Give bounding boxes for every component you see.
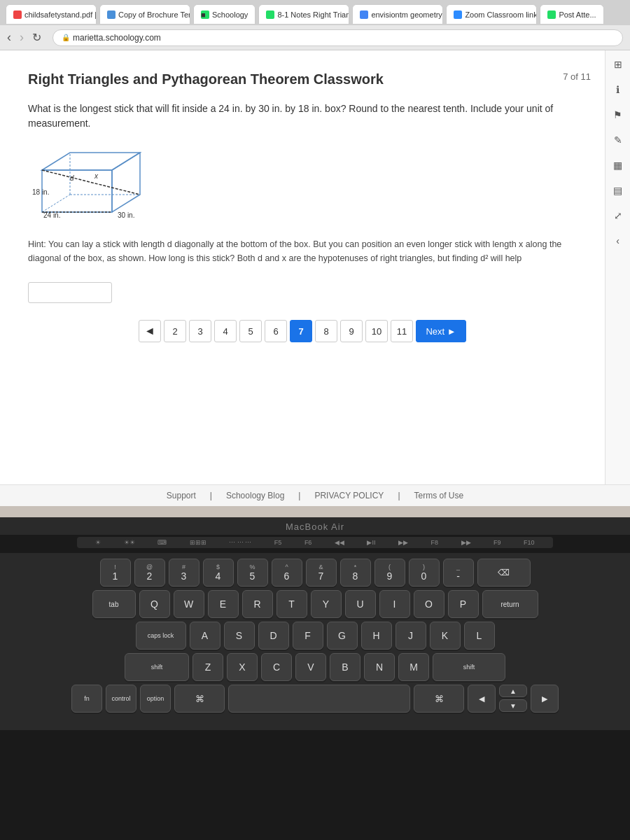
- key-4[interactable]: $ 4: [203, 559, 234, 587]
- page-6-button[interactable]: 6: [265, 320, 287, 342]
- page-5-button[interactable]: 5: [239, 320, 262, 342]
- key-control[interactable]: control: [106, 685, 136, 713]
- key-v[interactable]: V: [295, 653, 326, 681]
- svg-line-6: [42, 170, 140, 195]
- key-arrow-up[interactable]: ▲: [499, 685, 527, 697]
- key-arrow-right[interactable]: ▶: [531, 685, 559, 713]
- d-label: d: [70, 174, 74, 182]
- key-backspace[interactable]: ⌫: [477, 559, 531, 587]
- grid-icon[interactable]: ⊞: [610, 56, 626, 73]
- key-k[interactable]: K: [430, 622, 461, 650]
- back-button[interactable]: ‹: [7, 30, 11, 45]
- page-10-button[interactable]: 10: [365, 320, 388, 342]
- footer-privacy[interactable]: PRIVACY POLICY: [314, 491, 384, 500]
- footer-blog[interactable]: Schoology Blog: [226, 491, 284, 500]
- forward-button[interactable]: ›: [20, 30, 24, 45]
- page-4-button[interactable]: 4: [214, 320, 237, 342]
- tab-notes[interactable]: 8-1 Notes Right Triang!...: [258, 4, 349, 24]
- tab-zoom[interactable]: Zoom Classroom link |...: [446, 4, 537, 24]
- keyboard: ! 1 @ 2 # 3 $ 4 % 5 ^ 6 & 7 * 8: [0, 553, 630, 730]
- key-h[interactable]: H: [361, 622, 392, 650]
- key-5[interactable]: % 5: [237, 559, 268, 587]
- key-f[interactable]: F: [293, 622, 323, 650]
- key-p[interactable]: P: [448, 590, 479, 618]
- key-z[interactable]: Z: [192, 653, 223, 681]
- question-text: What is the longest stick that will fit …: [28, 102, 577, 131]
- key-fn[interactable]: fn: [71, 685, 102, 713]
- key-tab[interactable]: tab: [92, 590, 136, 618]
- key-b[interactable]: B: [330, 653, 360, 681]
- key-j[interactable]: J: [396, 622, 426, 650]
- key-shift-left[interactable]: shift: [125, 653, 189, 681]
- page-11-button[interactable]: 11: [391, 320, 413, 342]
- key-9[interactable]: ( 9: [374, 559, 405, 587]
- key-space[interactable]: [228, 685, 410, 713]
- tab-brochure[interactable]: Copy of Brochure Tem...: [99, 4, 190, 24]
- key-d[interactable]: D: [258, 622, 289, 650]
- key-c[interactable]: C: [261, 653, 292, 681]
- tab-google[interactable]: envisiontm geometry +...: [352, 4, 443, 24]
- key-1[interactable]: ! 1: [100, 559, 131, 587]
- page-8-button[interactable]: 8: [315, 320, 337, 342]
- url-bar[interactable]: 🔒 marietta.schoology.com: [52, 29, 623, 46]
- key-t[interactable]: T: [276, 590, 307, 618]
- key-l[interactable]: L: [464, 622, 495, 650]
- reload-button[interactable]: ↻: [32, 31, 41, 44]
- key-enter[interactable]: return: [482, 590, 538, 618]
- pencil-icon[interactable]: ✎: [610, 132, 626, 148]
- flag-icon[interactable]: ⚑: [610, 106, 626, 123]
- answer-input[interactable]: [28, 282, 112, 303]
- macbook-label: MacBook Air: [0, 517, 630, 535]
- key-arrow-left[interactable]: ◀: [468, 685, 496, 713]
- prev-page-button[interactable]: ◄: [139, 320, 161, 342]
- grid2-icon[interactable]: ▦: [610, 157, 626, 174]
- key-e[interactable]: E: [208, 590, 239, 618]
- footer-terms[interactable]: Terms of Use: [414, 491, 464, 500]
- footer-support[interactable]: Support: [167, 491, 196, 500]
- page-2-button[interactable]: 2: [164, 320, 186, 342]
- key-r[interactable]: R: [242, 590, 273, 618]
- key-y[interactable]: Y: [311, 590, 342, 618]
- key-m[interactable]: M: [398, 653, 429, 681]
- key-g[interactable]: G: [327, 622, 358, 650]
- chevron-left-icon[interactable]: ‹: [610, 232, 626, 249]
- key-minus[interactable]: _ -: [443, 559, 474, 587]
- tab-schoology[interactable]: ■ Schoology: [193, 4, 255, 24]
- key-x[interactable]: X: [227, 653, 258, 681]
- touch-bar-inner: ☀ ☀☀ ⌨ ⊞⊞⊞ ⋯ ⋯ ⋯ F5 F6 ◀◀ ▶II ▶▶ F8 ▶▶ F…: [77, 537, 553, 548]
- next-page-button[interactable]: Next ►: [416, 320, 466, 342]
- key-3[interactable]: # 3: [169, 559, 200, 587]
- tab-post[interactable]: Post Atte...: [540, 4, 603, 24]
- key-arrow-down[interactable]: ▼: [499, 699, 527, 712]
- key-s[interactable]: S: [224, 622, 255, 650]
- key-n[interactable]: N: [364, 653, 395, 681]
- key-u[interactable]: U: [345, 590, 376, 618]
- key-i[interactable]: I: [379, 590, 410, 618]
- key-command-right[interactable]: ⌘: [414, 685, 464, 713]
- key-w[interactable]: W: [174, 590, 204, 618]
- tab-childsafety[interactable]: childsafetystand.pdf |...: [6, 4, 97, 24]
- page-3-button[interactable]: 3: [189, 320, 211, 342]
- key-0[interactable]: ) 0: [409, 559, 440, 587]
- schoology-page: 7 of 11 Right Triangles and Pythagorean …: [0, 50, 605, 484]
- key-7[interactable]: & 7: [306, 559, 337, 587]
- key-o[interactable]: O: [414, 590, 444, 618]
- key-caps[interactable]: caps lock: [136, 622, 186, 650]
- key-q[interactable]: Q: [139, 590, 170, 618]
- key-a[interactable]: A: [190, 622, 220, 650]
- doc-icon[interactable]: ▤: [610, 182, 626, 199]
- expand-icon[interactable]: ⤢: [610, 207, 626, 224]
- key-option[interactable]: option: [140, 685, 171, 713]
- page-9-button[interactable]: 9: [340, 320, 363, 342]
- arrow-up-down: ▲ ▼: [499, 685, 527, 713]
- pagination: ◄ 2 3 4 5 6 7 8 9 10 11 Next ►: [28, 320, 577, 342]
- keyboard-row-bottom: fn control option ⌘ ⌘ ◀ ▲ ▼ ▶: [10, 685, 620, 713]
- box-diagram: 18 in. 24 in. 30 in. d x: [28, 142, 182, 226]
- info-icon[interactable]: ℹ: [610, 81, 626, 98]
- key-shift-right[interactable]: shift: [433, 653, 505, 681]
- key-8[interactable]: * 8: [340, 559, 371, 587]
- key-6[interactable]: ^ 6: [272, 559, 302, 587]
- page-7-button[interactable]: 7: [290, 320, 312, 342]
- key-2[interactable]: @ 2: [134, 559, 165, 587]
- key-command-left[interactable]: ⌘: [174, 685, 225, 713]
